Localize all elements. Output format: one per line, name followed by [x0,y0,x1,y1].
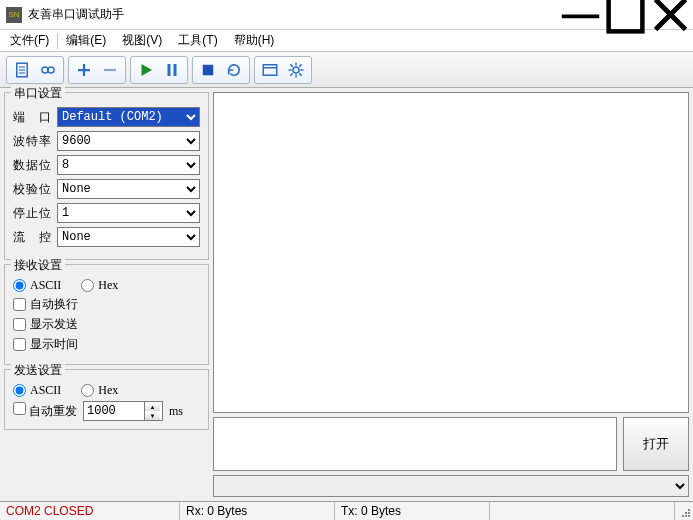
send-settings-group: 发送设置 ASCII Hex 自动重发 ▲▼ ms [4,369,209,430]
send-settings-legend: 发送设置 [11,362,65,379]
send-hex-radio[interactable]: Hex [81,383,118,398]
send-ascii-radio[interactable]: ASCII [13,383,61,398]
svg-point-13 [293,67,299,73]
status-bar: COM2 CLOSED Rx: 0 Bytes Tx: 0 Bytes [0,501,693,520]
show-time-checkbox[interactable]: 显示时间 [13,336,78,353]
status-port: COM2 CLOSED [0,502,180,520]
svg-rect-24 [688,512,690,514]
databits-label: 数据位 [13,157,51,174]
serial-settings-legend: 串口设置 [11,85,65,102]
svg-rect-23 [685,515,687,517]
plus-icon[interactable] [71,58,97,82]
interval-input[interactable] [84,402,144,420]
spin-up-icon[interactable]: ▲ [145,402,160,411]
flow-select[interactable]: None [57,227,200,247]
svg-rect-22 [688,515,690,517]
resize-grip-icon[interactable] [675,502,693,520]
minimize-button[interactable] [558,0,603,29]
svg-line-18 [290,64,292,66]
open-button[interactable]: 打开 [623,417,689,471]
show-send-checkbox[interactable]: 显示发送 [13,316,78,333]
svg-rect-0 [562,15,600,19]
minus-icon[interactable] [97,58,123,82]
menu-help[interactable]: 帮助(H) [226,30,283,51]
maximize-button[interactable] [603,0,648,29]
interval-spinbox[interactable]: ▲▼ [83,401,163,421]
svg-rect-1 [609,0,643,31]
window-icon[interactable] [257,58,283,82]
spin-down-icon[interactable]: ▼ [145,411,160,420]
window-title: 友善串口调试助手 [28,6,558,23]
history-select[interactable] [213,475,689,497]
svg-rect-8 [168,64,171,76]
parity-select[interactable]: None [57,179,200,199]
recv-ascii-radio[interactable]: ASCII [13,278,61,293]
svg-rect-11 [263,64,277,75]
pause-icon[interactable] [159,58,185,82]
serial-settings-group: 串口设置 端 口 Default (COM2) 波特率 9600 数据位 8 校… [4,92,209,260]
databits-select[interactable]: 8 [57,155,200,175]
menu-tools[interactable]: 工具(T) [170,30,225,51]
svg-rect-26 [685,512,687,514]
recv-settings-legend: 接收设置 [11,257,65,274]
baud-label: 波特率 [13,133,51,150]
status-rx: Rx: 0 Bytes [180,502,335,520]
close-button[interactable] [648,0,693,29]
port-label: 端 口 [13,109,51,126]
baud-select[interactable]: 9600 [57,131,200,151]
svg-rect-25 [682,515,684,517]
send-textarea[interactable] [213,417,617,471]
status-tx: Tx: 0 Bytes [335,502,490,520]
menu-view[interactable]: 视图(V) [114,30,170,51]
app-icon: SN [6,7,22,23]
recv-hex-radio[interactable]: Hex [81,278,118,293]
toolbar [0,52,693,88]
svg-line-19 [299,73,301,75]
play-icon[interactable] [133,58,159,82]
document-icon[interactable] [9,58,35,82]
stopbits-label: 停止位 [13,205,51,222]
recv-settings-group: 接收设置 ASCII Hex 自动换行 显示发送 显示时间 [4,264,209,365]
port-select[interactable]: Default (COM2) [57,107,200,127]
svg-point-7 [48,67,54,73]
status-rest [490,502,675,520]
receive-textarea[interactable] [213,92,689,413]
refresh-icon[interactable] [221,58,247,82]
flow-label: 流 控 [13,229,51,246]
stop-icon[interactable] [195,58,221,82]
svg-rect-27 [688,509,690,511]
gear-icon[interactable] [283,58,309,82]
svg-rect-10 [203,64,214,75]
parity-label: 校验位 [13,181,51,198]
menu-edit[interactable]: 编辑(E) [58,30,114,51]
svg-line-21 [290,73,292,75]
menu-file[interactable]: 文件(F) [2,30,57,51]
svg-line-20 [299,64,301,66]
record-icon[interactable] [35,58,61,82]
auto-resend-checkbox[interactable]: 自动重发 [13,402,77,420]
title-bar: SN 友善串口调试助手 [0,0,693,30]
svg-point-6 [42,67,48,73]
auto-wrap-checkbox[interactable]: 自动换行 [13,296,78,313]
interval-unit: ms [169,404,183,419]
svg-rect-9 [174,64,177,76]
stopbits-select[interactable]: 1 [57,203,200,223]
